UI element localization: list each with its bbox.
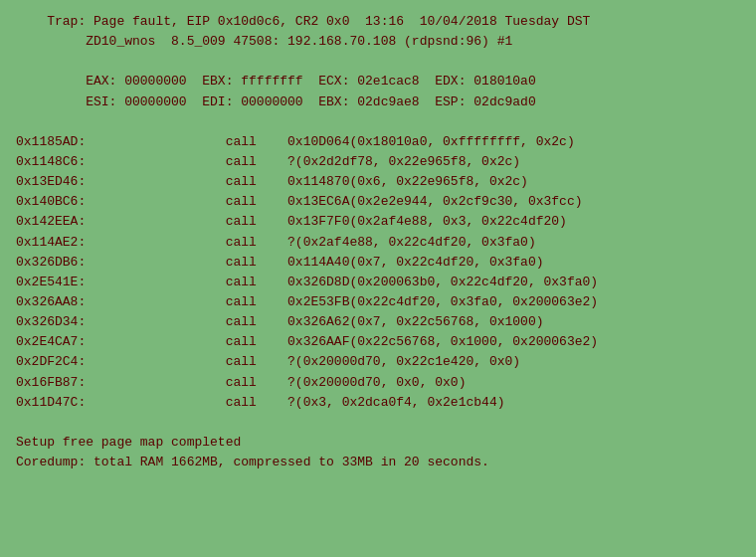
terminal-line: 0x2DF2C4: call ?(0x20000d70, 0x22c1e420,… [16,352,740,372]
terminal-line: 0x326DB6: call 0x114A40(0x7, 0x22c4df20,… [16,253,740,273]
terminal-line: 0x2E541E: call 0x326D8D(0x200063b0, 0x22… [16,273,740,292]
terminal-line: 0x326AA8: call 0x2E53FB(0x22c4df20, 0x3f… [16,292,740,312]
blank-line [16,413,740,433]
blank-line [16,112,740,132]
terminal-line: 0x326D34: call 0x326A62(0x7, 0x22c56768,… [16,312,740,332]
blank-line [16,52,740,72]
terminal-line: ESI: 00000000 EDI: 00000000 EBX: 02dc9ae… [16,93,740,112]
terminal-line: 0x13ED46: call 0x114870(0x6, 0x22e965f8,… [16,172,740,192]
terminal-line: 0x114AE2: call ?(0x2af4e88, 0x22c4df20, … [16,233,740,253]
terminal-line: EAX: 00000000 EBX: ffffffff ECX: 02e1cac… [16,72,740,92]
terminal-line: 0x140BC6: call 0x13EC6A(0x2e2e944, 0x2cf… [16,192,740,212]
terminal-output: Trap: Page fault, EIP 0x10d0c6, CR2 0x0 … [16,12,740,472]
terminal-line: ZD10_wnos 8.5_009 47508: 192.168.70.108 … [16,32,740,52]
terminal-line: 0x16FB87: call ?(0x20000d70, 0x0, 0x0) [16,373,740,393]
terminal-line: 0x11D47C: call ?(0x3, 0x2dca0f4, 0x2e1cb… [16,393,740,413]
terminal-line: Coredump: total RAM 1662MB, compressed t… [16,453,740,472]
terminal-line: 0x2E4CA7: call 0x326AAF(0x22c56768, 0x10… [16,332,740,352]
terminal-line: 0x142EEA: call 0x13F7F0(0x2af4e88, 0x3, … [16,212,740,232]
terminal-line: 0x1148C6: call ?(0x2d2df78, 0x22e965f8, … [16,152,740,172]
terminal-line: Trap: Page fault, EIP 0x10d0c6, CR2 0x0 … [16,12,740,32]
terminal-line: 0x1185AD: call 0x10D064(0x18010a0, 0xfff… [16,132,740,152]
terminal-line: Setup free page map completed [16,433,740,453]
terminal-window: Trap: Page fault, EIP 0x10d0c6, CR2 0x0 … [0,0,756,557]
